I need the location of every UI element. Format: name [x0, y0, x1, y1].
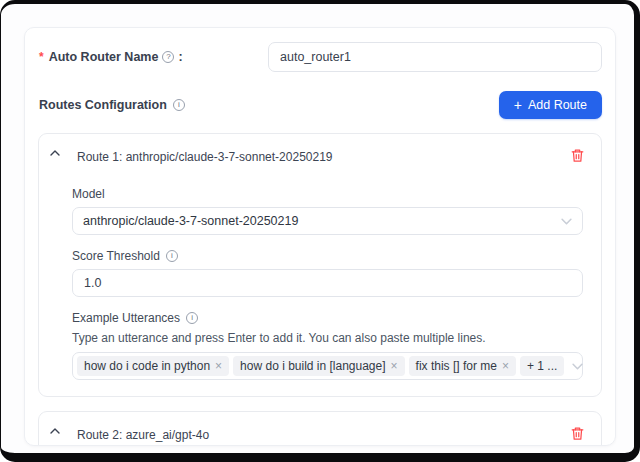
auto-router-name-label: * Auto Router Name ? : — [38, 50, 268, 64]
auto-router-form-card: * Auto Router Name ? : Routes Configurat… — [24, 27, 616, 446]
info-icon[interactable]: i — [186, 312, 198, 324]
route-1-header[interactable]: Route 1: anthropic/claude-3-7-sonnet-202… — [39, 134, 601, 176]
collapse-chevron-up-icon[interactable] — [50, 148, 60, 158]
model-select-value: anthropic/claude-3-7-sonnet-20250219 — [83, 214, 298, 228]
model-label-text: Model — [72, 187, 105, 201]
add-route-button[interactable]: + Add Route — [499, 91, 602, 119]
required-asterisk: * — [39, 50, 44, 64]
overflow-count-text: + 1 ... — [527, 359, 557, 373]
route-2-title: Route 2: azure_ai/gpt-4o — [77, 428, 570, 442]
model-label: Model — [72, 187, 583, 201]
score-threshold-label-text: Score Threshold — [72, 249, 160, 263]
label-colon: : — [178, 50, 182, 64]
utterances-help-text: Type an utterance and press Enter to add… — [72, 331, 583, 345]
tag-close-icon[interactable]: × — [391, 360, 398, 372]
utterance-tag: how do i build in [language] × — [233, 356, 404, 376]
info-icon[interactable]: i — [166, 250, 178, 262]
utterance-tag: how do i code in python × — [77, 356, 229, 376]
delete-route-2-trash-icon[interactable] — [570, 426, 585, 441]
route-2-header[interactable]: Route 2: azure_ai/gpt-4o — [39, 412, 601, 446]
delete-route-1-trash-icon[interactable] — [570, 148, 585, 163]
score-threshold-input[interactable] — [72, 269, 583, 297]
routes-configuration-row: Routes Configuration i + Add Route — [38, 91, 602, 119]
route-2-panel: Route 2: azure_ai/gpt-4o — [38, 411, 602, 446]
route-1-body: Model anthropic/claude-3-7-sonnet-202502… — [39, 176, 601, 396]
collapse-chevron-up-icon[interactable] — [50, 426, 60, 436]
score-threshold-label: Score Threshold i — [72, 249, 583, 263]
routes-configuration-label: Routes Configuration i — [38, 98, 185, 112]
chevron-down-icon — [572, 361, 583, 372]
utterance-tag-text: how do i code in python — [84, 359, 210, 373]
tag-close-icon[interactable]: × — [215, 360, 222, 372]
routes-configuration-label-text: Routes Configuration — [39, 98, 167, 112]
utterance-tag-text: fix this [] for me — [416, 359, 497, 373]
route-1-panel: Route 1: anthropic/claude-3-7-sonnet-202… — [38, 133, 602, 397]
chevron-down-icon — [561, 216, 572, 227]
model-select[interactable]: anthropic/claude-3-7-sonnet-20250219 — [72, 207, 583, 235]
tag-close-icon[interactable]: × — [502, 360, 509, 372]
route-1-title: Route 1: anthropic/claude-3-7-sonnet-202… — [77, 150, 570, 164]
utterance-tag-text: how do i build in [language] — [240, 359, 385, 373]
auto-router-name-row: * Auto Router Name ? : — [38, 42, 602, 72]
app-window: * Auto Router Name ? : Routes Configurat… — [0, 0, 640, 462]
help-question-icon[interactable]: ? — [162, 51, 174, 63]
example-utterances-label-text: Example Utterances — [72, 311, 180, 325]
utterances-tag-input[interactable]: how do i code in python × how do i build… — [72, 352, 583, 380]
utterance-tag: fix this [] for me × — [409, 356, 516, 376]
add-route-button-label: Add Route — [528, 98, 587, 112]
plus-icon: + — [514, 98, 522, 112]
auto-router-name-input[interactable] — [268, 42, 602, 72]
info-icon[interactable]: i — [173, 99, 185, 111]
overflow-count-tag[interactable]: + 1 ... — [520, 356, 564, 376]
example-utterances-label: Example Utterances i — [72, 311, 583, 325]
auto-router-name-label-text: Auto Router Name — [49, 50, 159, 64]
